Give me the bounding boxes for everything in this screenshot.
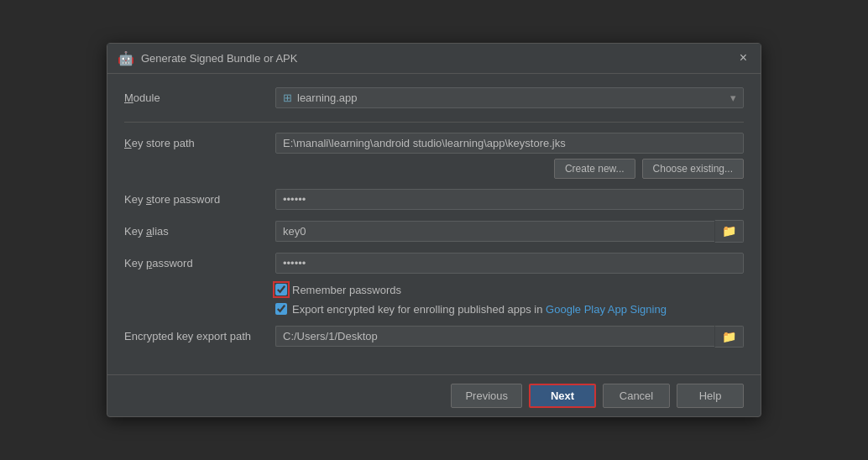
encrypted-path-browse-button[interactable]: 📁 (714, 326, 744, 348)
module-grid-icon: ⊞ (283, 91, 292, 104)
create-new-button[interactable]: Create new... (554, 159, 635, 179)
key-alias-input[interactable] (275, 221, 714, 242)
key-password-row: Key password (124, 253, 744, 274)
key-alias-control: 📁 (275, 220, 744, 243)
encrypted-key-export-row: Encrypted key export path 📁 (124, 326, 744, 348)
key-alias-label-text: Key alias (124, 225, 169, 238)
keystore-path-input[interactable] (275, 133, 744, 154)
close-button[interactable]: × (736, 51, 750, 65)
keystore-path-control (275, 133, 744, 154)
encrypted-key-export-control: 📁 (275, 326, 744, 348)
google-play-link[interactable]: Google Play App Signing (546, 303, 667, 316)
key-password-input[interactable] (275, 253, 744, 274)
export-encrypted-row: Export encrypted key for enrolling publi… (275, 303, 744, 316)
module-row: Module ⊞ learning.app ▾ (124, 87, 744, 108)
key-alias-row: Key alias 📁 (124, 220, 744, 243)
key-store-password-label: Key store password (124, 193, 275, 206)
module-chevron-icon: ▾ (730, 91, 736, 104)
title-bar: 🤖 Generate Signed Bundle or APK × (107, 44, 761, 74)
keystore-path-label-text: Key store path (124, 137, 195, 149)
key-store-password-input[interactable] (275, 189, 744, 210)
export-encrypted-checkbox[interactable] (275, 303, 287, 315)
title-bar-left: 🤖 Generate Signed Bundle or APK (118, 50, 297, 66)
generate-signed-dialog: 🤖 Generate Signed Bundle or APK × Module… (107, 43, 761, 418)
key-alias-input-wrapper: 📁 (275, 220, 744, 243)
encrypted-key-export-input[interactable] (275, 326, 714, 347)
key-store-password-label-text: Key store password (124, 193, 220, 206)
cancel-button[interactable]: Cancel (603, 384, 670, 408)
separator-1 (124, 122, 744, 123)
module-label-text: Module (124, 91, 160, 104)
choose-existing-button[interactable]: Choose existing... (642, 159, 744, 179)
encrypted-path-input-wrapper: 📁 (275, 326, 744, 348)
keystore-path-row: Key store path (124, 133, 744, 154)
key-store-password-row: Key store password (124, 189, 744, 210)
android-icon: 🤖 (118, 50, 134, 66)
module-label: Module (124, 91, 275, 104)
remember-passwords-row: Remember passwords (275, 284, 744, 296)
module-value: learning.app (297, 91, 358, 104)
key-password-control (275, 253, 744, 274)
help-button[interactable]: Help (677, 384, 744, 408)
module-select-inner: ⊞ learning.app (283, 91, 358, 104)
key-password-label-text: Key password (124, 257, 193, 269)
dialog-footer: Previous Next Cancel Help (107, 374, 761, 416)
keystore-buttons: Create new... Choose existing... (275, 159, 744, 179)
folder-icon: 📁 (722, 224, 736, 238)
module-select[interactable]: ⊞ learning.app ▾ (275, 87, 744, 108)
export-encrypted-text: Export encrypted key for enrolling publi… (292, 303, 542, 316)
dialog-title: Generate Signed Bundle or APK (141, 52, 297, 65)
key-alias-label: Key alias (124, 225, 275, 238)
remember-passwords-label[interactable]: Remember passwords (292, 284, 401, 296)
encrypted-key-export-label-text: Encrypted key export path (124, 330, 251, 342)
encrypted-path-folder-icon: 📁 (722, 330, 736, 343)
export-encrypted-label: Export encrypted key for enrolling publi… (292, 303, 667, 316)
keystore-path-label: Key store path (124, 137, 275, 149)
key-store-password-control (275, 189, 744, 210)
remember-passwords-checkbox[interactable] (275, 284, 287, 295)
next-button[interactable]: Next (529, 384, 596, 408)
previous-button[interactable]: Previous (451, 384, 522, 408)
key-alias-browse-button[interactable]: 📁 (714, 220, 744, 243)
dialog-content: Module ⊞ learning.app ▾ Key store path C… (107, 74, 761, 375)
encrypted-key-export-label: Encrypted key export path (124, 330, 275, 342)
key-password-label: Key password (124, 257, 275, 269)
